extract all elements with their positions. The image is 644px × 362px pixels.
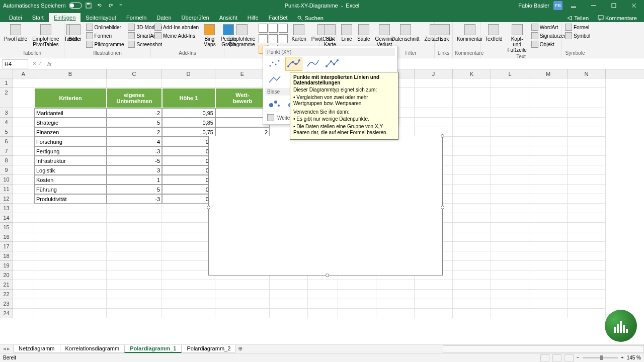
symbol-button[interactable]: Symbol — [564, 32, 592, 40]
cell[interactable] — [491, 165, 529, 175]
horizontal-scrollbar[interactable] — [443, 345, 644, 352]
row-header[interactable]: 15 — [0, 223, 13, 232]
cell[interactable] — [415, 108, 453, 118]
cell[interactable] — [215, 290, 270, 299]
cell[interactable] — [13, 270, 34, 280]
tab-daten[interactable]: Daten — [151, 13, 176, 22]
td-eigenes[interactable]: 3 — [107, 165, 162, 175]
tab-formeln[interactable]: Formeln — [121, 13, 151, 22]
cell[interactable] — [568, 213, 606, 223]
cell[interactable] — [453, 280, 491, 290]
row-header[interactable]: 6 — [0, 137, 13, 146]
cell[interactable] — [162, 223, 215, 232]
cell[interactable] — [491, 242, 529, 251]
cell[interactable] — [13, 165, 34, 175]
bingmaps-button[interactable]: Bing Maps — [201, 23, 217, 48]
sheet-tab[interactable]: Polardiagramm_2 — [181, 345, 236, 352]
cell[interactable] — [491, 146, 529, 156]
cell[interactable] — [338, 290, 376, 299]
zoom-slider[interactable] — [583, 357, 618, 358]
row-header[interactable]: 1 — [0, 78, 13, 88]
cell[interactable] — [107, 242, 162, 251]
cell[interactable] — [568, 242, 606, 251]
cell[interactable] — [491, 137, 529, 146]
normal-view-icon[interactable] — [540, 354, 549, 361]
cell[interactable] — [568, 156, 606, 165]
cell[interactable] — [13, 108, 34, 118]
cell[interactable] — [529, 261, 568, 270]
user-avatar[interactable]: FB — [553, 1, 562, 10]
recommended-pivot-button[interactable]: Empfohlene PivotTables — [30, 23, 61, 48]
td-kriterien[interactable]: Fertigung — [34, 146, 107, 156]
td-hoehe[interactable]: 0,95 — [162, 108, 215, 118]
sheet-next-icon[interactable]: ▸ — [7, 345, 10, 352]
row-header[interactable]: 18 — [0, 251, 13, 261]
td-kriterien[interactable]: Logistik — [34, 165, 107, 175]
cell[interactable] — [529, 146, 568, 156]
td-hoehe[interactable]: 0,2 — [162, 175, 215, 185]
cell[interactable] — [13, 78, 34, 88]
cell[interactable] — [376, 280, 415, 290]
td-kriterien[interactable]: Marktanteil — [34, 108, 107, 118]
tab-start[interactable]: Start — [27, 13, 49, 22]
td-wett[interactable]: 4 — [215, 108, 270, 118]
line-chart-icon[interactable] — [269, 24, 278, 33]
tab-einfuegen[interactable]: Einfügen — [49, 13, 80, 22]
cell[interactable] — [568, 280, 606, 290]
cell[interactable] — [13, 204, 34, 213]
cell[interactable] — [453, 242, 491, 251]
undo-icon[interactable] — [95, 1, 104, 10]
cell[interactable] — [415, 118, 453, 127]
cell[interactable] — [491, 204, 529, 213]
cell[interactable] — [453, 118, 491, 127]
cell[interactable] — [529, 88, 568, 108]
cell[interactable] — [34, 290, 107, 299]
cell[interactable] — [491, 223, 529, 232]
cell[interactable] — [453, 251, 491, 261]
cell[interactable] — [34, 309, 107, 318]
col-header[interactable]: B — [34, 69, 107, 78]
page-layout-view-icon[interactable] — [552, 354, 561, 361]
cell[interactable] — [491, 309, 529, 318]
td-hoehe[interactable]: 0,85 — [162, 118, 215, 127]
row-header[interactable]: 10 — [0, 175, 13, 185]
pivottable-button[interactable]: PivotTable — [2, 23, 29, 43]
cell[interactable] — [270, 309, 308, 318]
row-header[interactable]: 9 — [0, 165, 13, 175]
cell[interactable] — [568, 194, 606, 204]
bubble-option[interactable] — [266, 97, 283, 111]
cell[interactable] — [162, 280, 215, 290]
cell[interactable] — [162, 232, 215, 242]
cell[interactable] — [415, 78, 453, 88]
cell[interactable] — [13, 232, 34, 242]
cell[interactable] — [13, 299, 34, 309]
row-header[interactable]: 16 — [0, 232, 13, 242]
cell[interactable] — [491, 290, 529, 299]
cell[interactable] — [34, 204, 107, 213]
row-header[interactable]: 24 — [0, 309, 13, 318]
get-addins-button[interactable]: Add-Ins abrufen — [153, 23, 200, 31]
cell[interactable] — [34, 251, 107, 261]
col-header[interactable]: K — [453, 69, 491, 78]
close-icon[interactable] — [625, 0, 643, 11]
cell[interactable] — [13, 242, 34, 251]
cell[interactable] — [529, 194, 568, 204]
cell[interactable] — [529, 251, 568, 261]
cell[interactable] — [568, 204, 606, 213]
cell[interactable] — [453, 213, 491, 223]
cell[interactable] — [453, 223, 491, 232]
sparkline-column-button[interactable]: Säule — [355, 23, 372, 43]
cell[interactable] — [308, 290, 338, 299]
search-box[interactable]: Suchen — [293, 14, 328, 22]
cell[interactable] — [13, 194, 34, 204]
cell[interactable] — [491, 194, 529, 204]
zoom-in-icon[interactable]: + — [621, 355, 624, 360]
th-wettbewerb[interactable]: Wett- bewerb — [215, 88, 270, 108]
cell[interactable] — [453, 299, 491, 309]
cell[interactable] — [34, 299, 107, 309]
row-header[interactable]: 11 — [0, 185, 13, 194]
row-header[interactable]: 5 — [0, 127, 13, 137]
cell[interactable] — [568, 223, 606, 232]
cell[interactable] — [491, 88, 529, 108]
td-hoehe[interactable]: 0,5 — [162, 146, 215, 156]
